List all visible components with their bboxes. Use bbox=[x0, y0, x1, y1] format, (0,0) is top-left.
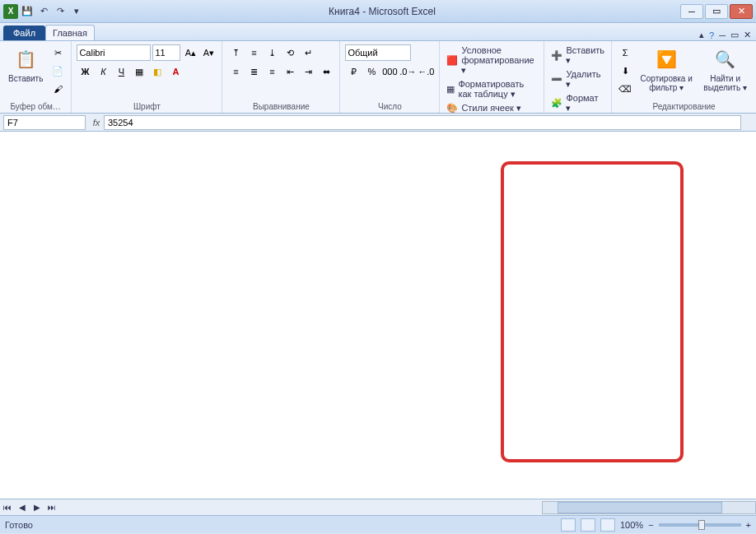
insert-icon: ➕ bbox=[551, 50, 562, 61]
cellstyle-icon: 🎨 bbox=[446, 103, 458, 114]
copy-icon[interactable]: 📄 bbox=[49, 63, 66, 79]
group-alignment: ⤒ ≡ ⤓ ⟲ ↵ ≡ ≣ ≡ ⇤ ⇥ ⬌ Выравнивание bbox=[222, 41, 340, 113]
align-left-icon[interactable]: ≡ bbox=[227, 63, 244, 80]
maximize-button[interactable]: ▭ bbox=[705, 4, 728, 19]
orientation-icon[interactable]: ⟲ bbox=[282, 44, 298, 61]
insert-cells-button[interactable]: ➕Вставить ▾ bbox=[549, 44, 606, 67]
group-cells: ➕Вставить ▾ ➖Удалить ▾ 🧩Формат ▾ Ячейки bbox=[544, 41, 612, 113]
sheet-nav-next-icon[interactable]: ▶ bbox=[30, 503, 44, 512]
ribbon-minimize-icon[interactable]: ▴ bbox=[699, 30, 704, 40]
inc-decimal-icon[interactable]: .0→ bbox=[399, 63, 416, 80]
currency-icon[interactable]: ₽ bbox=[345, 63, 362, 80]
binoculars-icon: 🔍 bbox=[712, 46, 739, 72]
view-layout-icon[interactable] bbox=[581, 518, 595, 532]
horizontal-scrollbar[interactable] bbox=[542, 501, 756, 514]
close-button[interactable]: ✕ bbox=[730, 4, 753, 19]
percent-icon[interactable]: % bbox=[363, 63, 380, 80]
group-font: A▴ A▾ Ж К Ч ▦ ◧ A Шрифт bbox=[72, 41, 222, 113]
thousands-icon[interactable]: 000 bbox=[381, 63, 398, 80]
align-center-icon[interactable]: ≣ bbox=[245, 63, 262, 80]
align-middle-icon[interactable]: ≡ bbox=[245, 44, 262, 61]
shrink-font-icon[interactable]: A▾ bbox=[200, 44, 217, 61]
fill-color-icon[interactable]: ◧ bbox=[149, 63, 166, 80]
view-pagebreak-icon[interactable] bbox=[600, 518, 615, 532]
align-right-icon[interactable]: ≡ bbox=[264, 63, 280, 80]
format-icon: 🧩 bbox=[551, 98, 562, 109]
help-icon[interactable]: ? bbox=[709, 30, 714, 40]
worksheet-grid[interactable] bbox=[0, 132, 756, 499]
border-icon[interactable]: ▦ bbox=[131, 63, 147, 80]
name-box[interactable]: F7 bbox=[3, 115, 86, 130]
ribbon-tabs: Файл Главная ▴ ? ─ ▭ ✕ bbox=[0, 23, 756, 41]
wrap-text-icon[interactable]: ↵ bbox=[300, 44, 316, 61]
sheet-nav-last-icon[interactable]: ⏭ bbox=[44, 503, 59, 512]
zoom-level: 100% bbox=[620, 520, 643, 530]
zoom-out-icon[interactable]: − bbox=[648, 520, 653, 530]
file-tab[interactable]: Файл bbox=[3, 26, 45, 40]
redo-icon[interactable]: ↷ bbox=[53, 4, 68, 19]
ribbon: 📋 Вставить ✂ 📄 🖌 Буфер обм… A▴ A▾ Ж К Ч bbox=[0, 41, 756, 114]
window-title: Книга4 - Microsoft Excel bbox=[84, 6, 680, 17]
merge-icon[interactable]: ⬌ bbox=[318, 63, 334, 80]
autosum-icon[interactable]: Σ bbox=[617, 44, 633, 61]
fx-icon[interactable]: fx bbox=[89, 118, 104, 128]
sheet-tab-bar: ⏮ ◀ ▶ ⏭ bbox=[0, 499, 756, 515]
font-name-select[interactable] bbox=[77, 44, 151, 61]
grow-font-icon[interactable]: A▴ bbox=[182, 44, 198, 61]
group-editing: Σ ⬇ ⌫ 🔽 Сортировка и фильтр ▾ 🔍 Найти и … bbox=[612, 41, 756, 113]
format-as-table-button[interactable]: ▦Форматировать как таблицу ▾ bbox=[445, 78, 539, 100]
align-top-icon[interactable]: ⤒ bbox=[227, 44, 244, 61]
minimize-button[interactable]: ─ bbox=[680, 4, 703, 19]
formula-input[interactable]: 35254 bbox=[104, 115, 741, 130]
sort-filter-button[interactable]: 🔽 Сортировка и фильтр ▾ bbox=[637, 44, 696, 94]
doc-restore-icon[interactable]: ▭ bbox=[730, 30, 739, 40]
font-size-select[interactable] bbox=[152, 44, 180, 61]
table-icon: ▦ bbox=[446, 84, 455, 95]
delete-icon: ➖ bbox=[551, 74, 562, 85]
undo-icon[interactable]: ↶ bbox=[36, 4, 51, 19]
cell-styles-button[interactable]: 🎨Стили ячеек ▾ bbox=[445, 102, 523, 114]
format-cells-button[interactable]: 🧩Формат ▾ bbox=[549, 92, 606, 114]
group-clipboard: 📋 Вставить ✂ 📄 🖌 Буфер обм… bbox=[0, 41, 72, 113]
font-color-icon[interactable]: A bbox=[167, 63, 184, 80]
group-styles: 🟥Условное форматирование ▾ ▦Форматироват… bbox=[440, 41, 544, 113]
number-format-select[interactable] bbox=[345, 44, 411, 61]
doc-minimize-icon[interactable]: ─ bbox=[719, 30, 726, 40]
find-select-button[interactable]: 🔍 Найти и выделить ▾ bbox=[699, 44, 751, 94]
zoom-in-icon[interactable]: + bbox=[746, 520, 751, 530]
dec-decimal-icon[interactable]: ←.0 bbox=[418, 63, 434, 80]
funnel-icon: 🔽 bbox=[653, 46, 679, 72]
delete-cells-button[interactable]: ➖Удалить ▾ bbox=[549, 68, 606, 91]
ribbon-tab-0[interactable]: Главная bbox=[45, 25, 95, 40]
doc-close-icon[interactable]: ✕ bbox=[744, 30, 751, 40]
title-bar: X 💾 ↶ ↷ ▾ Книга4 - Microsoft Excel ─ ▭ ✕ bbox=[0, 0, 756, 23]
qat-dropdown-icon[interactable]: ▾ bbox=[69, 4, 84, 19]
bold-icon[interactable]: Ж bbox=[77, 63, 93, 80]
quick-access-toolbar: X 💾 ↶ ↷ ▾ bbox=[3, 4, 84, 19]
clear-icon[interactable]: ⌫ bbox=[617, 81, 633, 97]
status-bar: Готово 100% − + bbox=[0, 515, 756, 533]
group-number: ₽ % 000 .0→ ←.0 Число bbox=[340, 41, 440, 113]
annotation-highlight bbox=[501, 161, 684, 462]
italic-icon[interactable]: К bbox=[95, 63, 111, 80]
cut-icon[interactable]: ✂ bbox=[49, 44, 66, 61]
status-ready: Готово bbox=[5, 520, 33, 530]
clipboard-icon: 📋 bbox=[12, 46, 39, 72]
fill-icon[interactable]: ⬇ bbox=[617, 63, 633, 79]
indent-inc-icon[interactable]: ⇥ bbox=[300, 63, 316, 80]
cf-icon: 🟥 bbox=[446, 55, 458, 66]
excel-icon: X bbox=[3, 4, 18, 19]
sheet-nav-prev-icon[interactable]: ◀ bbox=[15, 503, 30, 512]
paste-button[interactable]: 📋 Вставить bbox=[5, 44, 46, 85]
formula-bar: F7 fx 35254 bbox=[0, 114, 756, 132]
view-normal-icon[interactable] bbox=[561, 518, 576, 532]
sheet-nav-first-icon[interactable]: ⏮ bbox=[0, 503, 15, 512]
format-painter-icon[interactable]: 🖌 bbox=[49, 81, 66, 97]
zoom-slider[interactable] bbox=[659, 523, 741, 527]
underline-icon[interactable]: Ч bbox=[113, 63, 129, 80]
indent-dec-icon[interactable]: ⇤ bbox=[282, 63, 298, 80]
align-bottom-icon[interactable]: ⤓ bbox=[264, 44, 280, 61]
conditional-formatting-button[interactable]: 🟥Условное форматирование ▾ bbox=[445, 44, 539, 77]
save-icon[interactable]: 💾 bbox=[20, 4, 35, 19]
